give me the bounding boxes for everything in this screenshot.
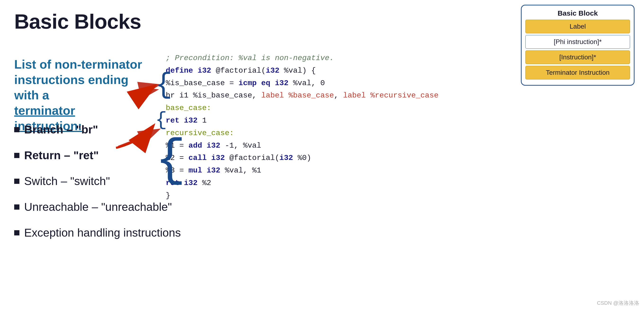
bb-row-2: [Instruction]* [526, 50, 630, 64]
brace-first-block: { [155, 71, 172, 99]
code-line-0: define i32 @factorial(i32 %val) { [166, 65, 438, 77]
code-comment: ; Precondition: %val is non-negative. [166, 52, 438, 65]
brace-base-case: { [155, 110, 167, 130]
bullet-square [14, 127, 20, 132]
bullet-text-3: Unreachable – "unreachable" [24, 200, 172, 213]
code-area: ; Precondition: %val is non-negative.def… [166, 52, 438, 202]
bullet-square [14, 230, 20, 235]
code-line-4: ret i32 1 [166, 114, 438, 127]
bb-diagram: Basic Block Label[Phi instruction]*[Inst… [521, 5, 634, 86]
bb-diagram-title: Basic Block [526, 9, 630, 17]
bullet-item-4: Exception handling instructions [14, 226, 181, 239]
code-line-5: recursive_case: [166, 127, 438, 140]
brace-recursive-case: { [155, 135, 186, 186]
code-line-9: ret i32 %2 [166, 177, 438, 190]
bullet-text-0: Branch – "br" [24, 123, 98, 136]
watermark: CSDN @洛洛洛洛 [597, 300, 639, 307]
bullet-square [14, 179, 20, 184]
code-line-8: %3 = mul i32 %val, %1 [166, 164, 438, 177]
bullet-square [14, 204, 20, 210]
code-line-7: %2 = call i32 @factorial(i32 %0) [166, 152, 438, 164]
bullet-text-2: Switch – "switch" [24, 175, 110, 188]
bb-row-3: Terminator Instruction [526, 66, 630, 79]
bullet-text-1: Return – "ret" [24, 149, 99, 162]
code-line-1: %is_base_case = icmp eq i32 %val, 0 [166, 77, 438, 90]
bullet-text-4: Exception handling instructions [24, 226, 181, 239]
code-line-2: br i1 %is_base_case, label %base_case, l… [166, 89, 438, 102]
bullet-square [14, 153, 20, 158]
code-line-10: } [166, 190, 438, 202]
page-title: Basic Blocks [14, 9, 141, 33]
bb-row-0: Label [526, 20, 630, 33]
code-line-3: base_case: [166, 102, 438, 114]
code-line-6: %1 = add i32 -1, %val [166, 140, 438, 152]
subtitle: List of non-terminator instructions endi… [14, 57, 144, 134]
bb-row-1: [Phi instruction]* [526, 35, 630, 49]
bullet-item-3: Unreachable – "unreachable" [14, 200, 181, 213]
